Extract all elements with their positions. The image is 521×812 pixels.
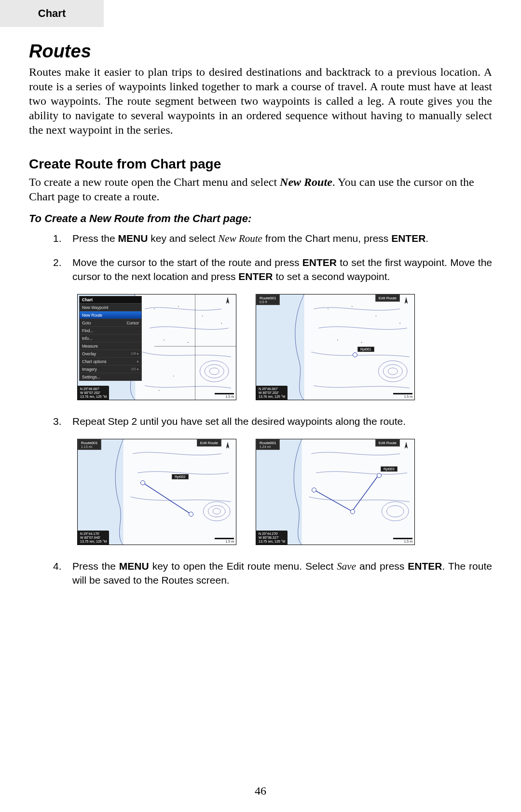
svg-point-7 [164, 340, 165, 341]
route-name-chip: Route001 1.24 mi [256, 439, 280, 450]
coord-readout: N 25°46.067' W 80°07.202' 13.76 nm, 125 … [78, 386, 109, 400]
svg-point-17 [388, 368, 398, 375]
scale-bar: 1.5 m [393, 393, 412, 398]
svg-point-18 [328, 308, 329, 309]
step-item: 4.Press the MENU key to open the Edit ro… [53, 560, 492, 587]
svg-point-23 [399, 323, 400, 324]
edit-route-chip: Edit Route [375, 439, 400, 447]
svg-point-1 [200, 361, 229, 382]
scale-bar: 1.5 m [215, 538, 234, 543]
svg-point-2 [205, 364, 224, 378]
step-text: Press the MENU key and select New Route … [72, 233, 428, 244]
steps-list: 1.Press the MENU key and select New Rout… [29, 232, 492, 283]
chart-background [256, 294, 414, 400]
svg-point-4 [154, 308, 155, 309]
svg-point-30 [382, 502, 409, 521]
menu-item[interactable]: Imagery2D ▸ [80, 365, 141, 373]
svg-point-16 [383, 364, 402, 378]
coord-readout: N 25°46.067' W 80°07.202' 13.76 nm, 125 … [256, 386, 288, 400]
north-arrow-icon [222, 296, 233, 307]
scale-bar: 1.5 m [393, 538, 412, 543]
menu-item[interactable]: New Waypoint [80, 304, 141, 311]
chart-context-menu: Chart New WaypointNew RouteGotoCursorFin… [79, 296, 142, 381]
steps-list: 4.Press the MENU key to open the Edit ro… [29, 560, 492, 587]
svg-point-22 [361, 342, 362, 343]
svg-point-9 [221, 323, 222, 324]
svg-line-28 [142, 483, 190, 514]
header-tab-label: Chart [38, 7, 66, 20]
waypoint-label: Rpt003 [381, 466, 398, 472]
svg-point-15 [378, 361, 407, 382]
header-tab: Chart [0, 0, 104, 27]
svg-point-3 [209, 368, 219, 375]
section-body: To create a new route open the Chart men… [29, 175, 492, 204]
coord-readout: N 25°44.175' W 80°07.940' 13.75 nm, 125 … [78, 531, 109, 545]
north-arrow-icon [401, 296, 411, 307]
section-heading: Create Route from Chart page [29, 156, 492, 172]
svg-point-27 [213, 508, 220, 514]
waypoint-marker [353, 352, 357, 357]
svg-point-6 [202, 316, 203, 317]
menu-item[interactable]: OverlayOff ▸ [80, 350, 141, 358]
step-text: Repeat Step 2 until you have set all the… [72, 416, 406, 427]
edit-route-chip: Edit Route [375, 294, 400, 302]
page-title: Routes [29, 41, 492, 62]
route-name-chip: Route001 1.13 mi [78, 439, 101, 450]
step-item: 3.Repeat Step 2 until you have set all t… [53, 415, 492, 428]
step-item: 1.Press the MENU key and select New Rout… [53, 232, 492, 245]
coord-readout: N 25°44.270' W 80°08.327' 13.75 nm, 125 … [256, 531, 288, 545]
screenshot-third-waypoint: Route001 1.24 mi Edit Route Rpt003 N 25°… [256, 439, 415, 545]
page-number: 46 [0, 784, 521, 798]
menu-item[interactable]: Chart options ▸ [80, 358, 141, 365]
intro-paragraph: Routes make it easier to plan trips to d… [29, 65, 492, 137]
north-arrow-icon [222, 441, 233, 452]
menu-item[interactable]: Measure [80, 342, 141, 350]
menu-item[interactable]: Find... [80, 327, 141, 335]
steps-list: 3.Repeat Step 2 until you have set all t… [29, 415, 492, 428]
waypoint-label: Rpt001 [357, 347, 374, 352]
menu-item[interactable]: Info... [80, 335, 141, 342]
step-item: 2.Move the cursor to the start of the ro… [53, 256, 492, 283]
chart-background [78, 439, 236, 545]
svg-point-11 [159, 390, 160, 391]
screenshot-chart-menu: Chart New WaypointNew RouteGotoCursorFin… [77, 294, 236, 400]
svg-point-25 [203, 502, 230, 521]
menu-item[interactable]: GotoCursor [80, 319, 141, 327]
svg-point-8 [188, 342, 189, 343]
scale-bar: 1.5 m [215, 393, 234, 398]
screenshot-first-waypoint: Route001 0.0 ft Edit Route Rpt001 N 25°4… [256, 294, 415, 400]
edit-route-chip: Edit Route [197, 439, 221, 447]
svg-point-10 [173, 376, 174, 377]
step-text: Press the MENU key to open the Edit rout… [72, 560, 492, 585]
route-name-chip: Route001 0.0 ft [256, 294, 280, 305]
svg-point-5 [178, 306, 179, 307]
menu-item[interactable]: New Route [80, 311, 141, 319]
north-arrow-icon [401, 441, 411, 452]
chart-background [256, 439, 414, 545]
step-text: Move the cursor to the start of the rout… [72, 257, 492, 281]
svg-point-21 [337, 340, 338, 341]
svg-point-26 [208, 506, 225, 518]
menu-title: Chart [80, 296, 141, 304]
screenshot-second-waypoint: Route001 1.13 mi Edit Route Rpt002 N 25°… [77, 439, 236, 545]
waypoint-label: Rpt002 [172, 474, 189, 479]
svg-point-20 [376, 316, 377, 317]
menu-item[interactable]: Settings... [80, 373, 141, 380]
svg-point-19 [352, 306, 353, 307]
svg-point-31 [386, 506, 404, 518]
steps-heading: To Create a New Route from the Chart pag… [29, 212, 492, 225]
